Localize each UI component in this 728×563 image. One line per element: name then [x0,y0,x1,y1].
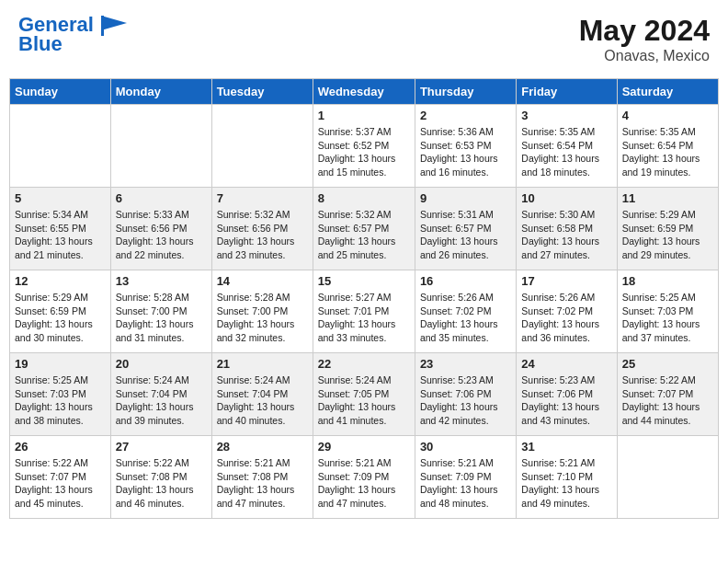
calendar-week-row: 26Sunrise: 5:22 AM Sunset: 7:07 PM Dayli… [10,436,719,519]
day-info: Sunrise: 5:21 AM Sunset: 7:08 PM Dayligh… [217,456,308,511]
calendar-week-row: 5Sunrise: 5:34 AM Sunset: 6:55 PM Daylig… [10,188,719,270]
day-info: Sunrise: 5:37 AM Sunset: 6:52 PM Dayligh… [318,125,410,179]
calendar-cell [617,436,718,519]
day-info: Sunrise: 5:25 AM Sunset: 7:03 PM Dayligh… [15,373,106,428]
logo-flag-icon [101,16,127,36]
day-info: Sunrise: 5:23 AM Sunset: 7:06 PM Dayligh… [420,373,511,428]
day-number: 14 [217,274,308,288]
day-number: 7 [217,191,308,205]
calendar-cell: 3Sunrise: 5:35 AM Sunset: 6:54 PM Daylig… [517,105,617,188]
day-info: Sunrise: 5:26 AM Sunset: 7:02 PM Dayligh… [420,291,511,345]
day-number: 17 [521,274,611,288]
calendar-week-row: 19Sunrise: 5:25 AM Sunset: 7:03 PM Dayli… [10,353,719,436]
calendar-cell: 19Sunrise: 5:25 AM Sunset: 7:03 PM Dayli… [10,353,111,436]
location: Onavas, Mexico [579,48,710,64]
day-number: 18 [622,274,713,288]
col-header-tuesday: Tuesday [211,79,313,105]
day-number: 31 [521,440,611,454]
day-number: 3 [521,109,611,122]
day-info: Sunrise: 5:27 AM Sunset: 7:01 PM Dayligh… [318,291,410,345]
day-number: 28 [217,440,308,454]
calendar-cell: 11Sunrise: 5:29 AM Sunset: 6:59 PM Dayli… [617,188,718,270]
day-number: 6 [116,191,207,205]
calendar-cell: 28Sunrise: 5:21 AM Sunset: 7:08 PM Dayli… [211,436,313,519]
day-info: Sunrise: 5:29 AM Sunset: 6:59 PM Dayligh… [15,291,106,345]
day-number: 15 [318,274,410,288]
calendar-cell: 8Sunrise: 5:32 AM Sunset: 6:57 PM Daylig… [313,188,415,270]
col-header-sunday: Sunday [10,79,111,105]
logo: General Blue [18,14,127,56]
calendar-cell: 7Sunrise: 5:32 AM Sunset: 6:56 PM Daylig… [211,188,313,270]
day-info: Sunrise: 5:32 AM Sunset: 6:57 PM Dayligh… [318,208,410,262]
day-info: Sunrise: 5:33 AM Sunset: 6:56 PM Dayligh… [116,208,207,262]
day-number: 19 [15,357,106,371]
day-info: Sunrise: 5:36 AM Sunset: 6:53 PM Dayligh… [420,125,511,179]
calendar-week-row: 1Sunrise: 5:37 AM Sunset: 6:52 PM Daylig… [10,105,719,188]
day-info: Sunrise: 5:28 AM Sunset: 7:00 PM Dayligh… [217,291,308,345]
day-info: Sunrise: 5:24 AM Sunset: 7:05 PM Dayligh… [318,373,410,428]
calendar-cell: 13Sunrise: 5:28 AM Sunset: 7:00 PM Dayli… [110,270,211,353]
day-number: 29 [318,440,410,454]
day-number: 16 [420,274,511,288]
day-info: Sunrise: 5:24 AM Sunset: 7:04 PM Dayligh… [116,373,207,428]
calendar-cell: 21Sunrise: 5:24 AM Sunset: 7:04 PM Dayli… [211,353,313,436]
calendar-cell: 6Sunrise: 5:33 AM Sunset: 6:56 PM Daylig… [110,188,211,270]
calendar-cell: 24Sunrise: 5:23 AM Sunset: 7:06 PM Dayli… [517,353,617,436]
day-info: Sunrise: 5:32 AM Sunset: 6:56 PM Dayligh… [217,208,308,262]
day-info: Sunrise: 5:22 AM Sunset: 7:07 PM Dayligh… [622,373,713,428]
calendar-cell: 20Sunrise: 5:24 AM Sunset: 7:04 PM Dayli… [110,353,211,436]
day-info: Sunrise: 5:21 AM Sunset: 7:09 PM Dayligh… [318,456,410,511]
day-number: 22 [318,357,410,371]
col-header-thursday: Thursday [415,79,516,105]
calendar-cell: 14Sunrise: 5:28 AM Sunset: 7:00 PM Dayli… [211,270,313,353]
calendar-cell: 1Sunrise: 5:37 AM Sunset: 6:52 PM Daylig… [313,105,415,188]
day-info: Sunrise: 5:23 AM Sunset: 7:06 PM Dayligh… [521,373,611,428]
calendar-cell: 22Sunrise: 5:24 AM Sunset: 7:05 PM Dayli… [313,353,415,436]
calendar-cell: 17Sunrise: 5:26 AM Sunset: 7:02 PM Dayli… [517,270,617,353]
day-number: 5 [15,191,106,205]
day-info: Sunrise: 5:22 AM Sunset: 7:08 PM Dayligh… [116,456,207,511]
calendar-cell: 10Sunrise: 5:30 AM Sunset: 6:58 PM Dayli… [517,188,617,270]
day-info: Sunrise: 5:31 AM Sunset: 6:57 PM Dayligh… [420,208,511,262]
month-year: May 2024 [579,14,710,48]
day-number: 21 [217,357,308,371]
day-info: Sunrise: 5:30 AM Sunset: 6:58 PM Dayligh… [521,208,611,262]
day-number: 20 [116,357,207,371]
day-number: 10 [521,191,611,205]
col-header-friday: Friday [517,79,617,105]
calendar-cell [211,105,313,188]
calendar-table: SundayMondayTuesdayWednesdayThursdayFrid… [9,78,719,519]
day-number: 1 [318,109,410,122]
day-number: 23 [420,357,511,371]
title-block: May 2024 Onavas, Mexico [579,14,710,64]
calendar-cell: 30Sunrise: 5:21 AM Sunset: 7:09 PM Dayli… [415,436,516,519]
day-number: 30 [420,440,511,454]
day-info: Sunrise: 5:24 AM Sunset: 7:04 PM Dayligh… [217,373,308,428]
calendar-cell: 2Sunrise: 5:36 AM Sunset: 6:53 PM Daylig… [415,105,516,188]
day-info: Sunrise: 5:21 AM Sunset: 7:10 PM Dayligh… [521,456,611,511]
day-info: Sunrise: 5:22 AM Sunset: 7:07 PM Dayligh… [15,456,106,511]
col-header-saturday: Saturday [617,79,718,105]
calendar-cell: 25Sunrise: 5:22 AM Sunset: 7:07 PM Dayli… [617,353,718,436]
calendar-cell: 15Sunrise: 5:27 AM Sunset: 7:01 PM Dayli… [313,270,415,353]
calendar-cell [110,105,211,188]
day-number: 26 [15,440,106,454]
calendar-cell: 27Sunrise: 5:22 AM Sunset: 7:08 PM Dayli… [110,436,211,519]
calendar-cell: 29Sunrise: 5:21 AM Sunset: 7:09 PM Dayli… [313,436,415,519]
day-info: Sunrise: 5:35 AM Sunset: 6:54 PM Dayligh… [521,125,611,179]
day-info: Sunrise: 5:35 AM Sunset: 6:54 PM Dayligh… [622,125,713,179]
day-number: 27 [116,440,207,454]
calendar-cell: 4Sunrise: 5:35 AM Sunset: 6:54 PM Daylig… [617,105,718,188]
calendar-header-row: SundayMondayTuesdayWednesdayThursdayFrid… [10,79,719,105]
calendar-cell: 5Sunrise: 5:34 AM Sunset: 6:55 PM Daylig… [10,188,111,270]
calendar-cell [10,105,111,188]
calendar-cell: 9Sunrise: 5:31 AM Sunset: 6:57 PM Daylig… [415,188,516,270]
day-info: Sunrise: 5:26 AM Sunset: 7:02 PM Dayligh… [521,291,611,345]
svg-marker-0 [101,16,127,30]
day-info: Sunrise: 5:29 AM Sunset: 6:59 PM Dayligh… [622,208,713,262]
calendar-cell: 12Sunrise: 5:29 AM Sunset: 6:59 PM Dayli… [10,270,111,353]
calendar-cell: 26Sunrise: 5:22 AM Sunset: 7:07 PM Dayli… [10,436,111,519]
calendar-cell: 18Sunrise: 5:25 AM Sunset: 7:03 PM Dayli… [617,270,718,353]
day-number: 25 [622,357,713,371]
day-info: Sunrise: 5:25 AM Sunset: 7:03 PM Dayligh… [622,291,713,345]
